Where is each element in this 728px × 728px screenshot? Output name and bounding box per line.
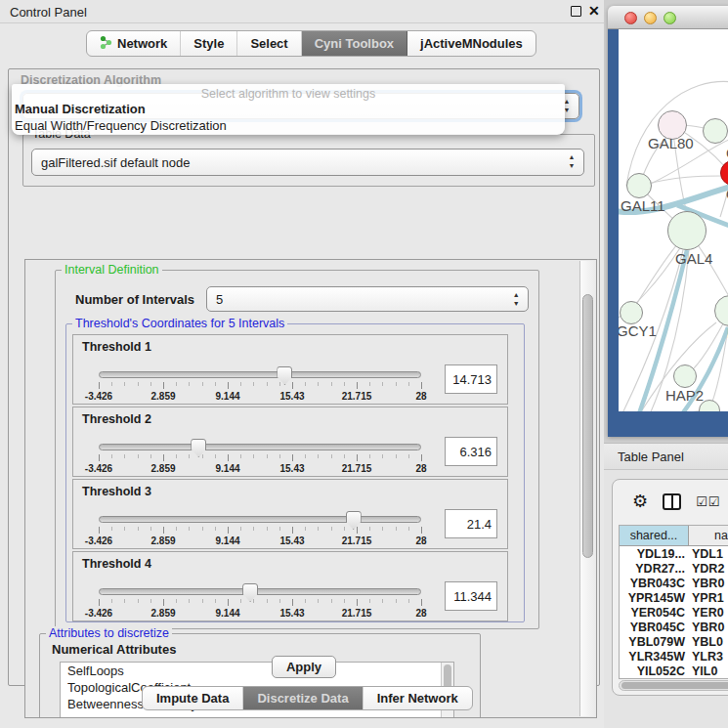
popup-item-equal-width[interactable]: Equal Width/Frequency Discretization bbox=[12, 117, 565, 134]
slider-ticks bbox=[99, 599, 421, 607]
network-view-window: GAL80G.GAL11GAL4GCY1HHAP2C bbox=[608, 6, 728, 437]
table-row[interactable]: YER054CYER0 bbox=[620, 605, 728, 620]
tab-impute-data[interactable]: Impute Data bbox=[143, 687, 243, 709]
interval-definition-label: Interval Definition bbox=[62, 263, 162, 277]
table-panel: Table Panel ⚙ ☑☑ shared... name YDL19...… bbox=[604, 443, 728, 728]
table-cell: YER054C bbox=[620, 605, 689, 620]
network-tab-icon bbox=[100, 35, 112, 53]
table-row[interactable]: YBL079WYBL0 bbox=[620, 634, 728, 649]
zoom-traffic-light-icon[interactable] bbox=[664, 12, 676, 24]
application-window: Control Panel ✕ Network Style Select Cyn… bbox=[0, 0, 728, 728]
slider-ticks bbox=[99, 527, 421, 535]
tab-select[interactable]: Select bbox=[237, 31, 301, 56]
table-row[interactable]: YLR345WYLR3 bbox=[620, 649, 728, 664]
table-cell: YDR27... bbox=[620, 561, 689, 576]
select-checkboxes-icon[interactable]: ☑☑ bbox=[696, 494, 720, 509]
table-cell: YDR2 bbox=[689, 561, 728, 576]
tab-cyni-toolbox[interactable]: Cyni Toolbox bbox=[302, 31, 407, 56]
table-header-row: shared... name bbox=[620, 526, 728, 546]
popup-item-manual-discretization[interactable]: Manual Discretization bbox=[12, 101, 565, 117]
settings-scroll-panel: Interval Definition Number of Intervals … bbox=[24, 259, 597, 718]
table-row[interactable]: YDL19...YDL1 bbox=[620, 546, 728, 561]
table-row[interactable]: YBR045CYBR0 bbox=[620, 620, 728, 634]
slider-track[interactable] bbox=[99, 516, 421, 523]
control-panel-titlebar: Control Panel ✕ bbox=[0, 0, 604, 23]
table-card: ⚙ ☑☑ shared... name YDL19...YDL1YDR27...… bbox=[612, 479, 728, 696]
tab-label: jActiveMNodules bbox=[420, 36, 523, 51]
top-tabbar: Network Style Select Cyni Toolbox jActiv… bbox=[86, 30, 536, 57]
network-node[interactable] bbox=[626, 173, 652, 198]
table-cell: YBR045C bbox=[620, 620, 689, 634]
stepper-arrows-icon: ▲▼ bbox=[566, 152, 578, 170]
threshold-value-field[interactable]: 11.344 bbox=[445, 581, 497, 611]
threshold-slider[interactable]: -3.4262.8599.14415.4321.71528 bbox=[99, 368, 421, 402]
bottom-tabbar: Impute Data Discretize Data Infer Networ… bbox=[142, 686, 473, 710]
table-toolbar: ⚙ ☑☑ bbox=[613, 480, 720, 523]
table-panel-header[interactable]: Table Panel bbox=[604, 443, 728, 470]
table-row[interactable]: YBR043CYBR0 bbox=[620, 576, 728, 590]
threshold-slider[interactable]: -3.4262.8599.14415.4321.71528 bbox=[99, 585, 421, 619]
network-node[interactable] bbox=[667, 211, 707, 250]
numerical-attributes-label: Numerical Attributes bbox=[52, 642, 176, 657]
apply-button[interactable]: Apply bbox=[272, 656, 336, 678]
network-node[interactable] bbox=[620, 301, 643, 324]
threshold-value-field[interactable]: 6.316 bbox=[445, 437, 497, 466]
slider-track[interactable] bbox=[99, 588, 421, 595]
table-cell: YLR345W bbox=[620, 649, 689, 664]
network-node[interactable] bbox=[703, 118, 728, 144]
threshold-label: Threshold 2 bbox=[82, 412, 151, 426]
column-header-name[interactable]: name bbox=[689, 526, 728, 545]
node-label: GAL4 bbox=[675, 250, 712, 267]
table-row[interactable]: YPR145WYPR1 bbox=[620, 590, 728, 605]
close-traffic-light-icon[interactable] bbox=[624, 12, 637, 24]
threshold-slider[interactable]: -3.4262.8599.14415.4321.71528 bbox=[99, 513, 421, 546]
slider-scale-labels: -3.4262.8599.14415.4321.71528 bbox=[99, 391, 421, 402]
columns-icon[interactable] bbox=[663, 493, 681, 510]
threshold-panel: Threshold 3 -3.4262.8599.14415.4321.7152… bbox=[72, 479, 508, 549]
tab-discretize-data[interactable]: Discretize Data bbox=[243, 687, 363, 709]
slider-track[interactable] bbox=[99, 371, 421, 378]
table-row[interactable]: YDR27...YDR2 bbox=[620, 561, 728, 576]
table-row[interactable]: YIL052CYIL0 bbox=[620, 664, 728, 678]
table-cell: YBL079W bbox=[620, 634, 689, 649]
node-label: GAL11 bbox=[621, 197, 665, 214]
minimize-traffic-light-icon[interactable] bbox=[644, 12, 657, 24]
threshold-value-field[interactable]: 21.4 bbox=[445, 509, 497, 538]
tab-jactivemnodules[interactable]: jActiveMNodules bbox=[407, 31, 535, 56]
table-cell: YIL052C bbox=[620, 664, 689, 678]
panel-title: Control Panel bbox=[10, 5, 87, 20]
table-cell: YBR043C bbox=[620, 576, 689, 590]
network-canvas[interactable]: GAL80G.GAL11GAL4GCY1HHAP2C bbox=[619, 29, 728, 411]
float-window-icon[interactable] bbox=[571, 6, 581, 17]
node-label: GAL80 bbox=[648, 135, 694, 151]
table-panel-title: Table Panel bbox=[618, 450, 684, 464]
tab-network[interactable]: Network bbox=[87, 31, 181, 56]
number-of-intervals-combobox[interactable]: 5 ▲▼ bbox=[206, 286, 529, 312]
tab-label: Discretize Data bbox=[257, 691, 348, 706]
close-icon[interactable]: ✕ bbox=[588, 3, 600, 19]
tab-infer-network[interactable]: Infer Network bbox=[364, 687, 472, 709]
threshold-slider[interactable]: -3.4262.8599.14415.4321.71528 bbox=[99, 441, 421, 474]
slider-ticks bbox=[99, 454, 421, 462]
number-of-intervals-label: Number of Intervals bbox=[75, 292, 194, 307]
node-label: HAP2 bbox=[665, 387, 704, 404]
gear-icon[interactable]: ⚙ bbox=[632, 491, 648, 512]
tab-style[interactable]: Style bbox=[181, 31, 237, 56]
table-cell: YER0 bbox=[689, 605, 728, 620]
tab-label: Infer Network bbox=[377, 691, 458, 706]
slider-track[interactable] bbox=[99, 444, 421, 450]
table-horizontal-scrollbar[interactable] bbox=[619, 680, 728, 691]
attribute-item[interactable]: SelfLoops bbox=[61, 663, 453, 679]
network-node[interactable] bbox=[673, 364, 697, 388]
threshold-value-field[interactable]: 14.713 bbox=[445, 364, 497, 394]
threshold-label: Threshold 3 bbox=[82, 485, 151, 498]
algorithm-dropdown-popup: Select algorithm to view settings Manual… bbox=[12, 84, 565, 135]
column-header-shared-name[interactable]: shared... bbox=[620, 526, 689, 545]
tab-label: Network bbox=[117, 36, 167, 51]
thresholds-group-label: Threshold's Coordinates for 5 Intervals bbox=[72, 317, 287, 330]
panel-scrollbar[interactable] bbox=[579, 261, 595, 716]
node-table[interactable]: shared... name YDL19...YDL1YDR27...YDR2Y… bbox=[619, 525, 728, 679]
threshold-panel: Threshold 1 -3.4262.8599.14415.4321.7152… bbox=[72, 334, 508, 405]
threshold-panel: Threshold 2 -3.4262.8599.14415.4321.7152… bbox=[72, 407, 508, 477]
table-data-combobox[interactable]: galFiltered.sif default node ▲▼ bbox=[31, 149, 584, 176]
